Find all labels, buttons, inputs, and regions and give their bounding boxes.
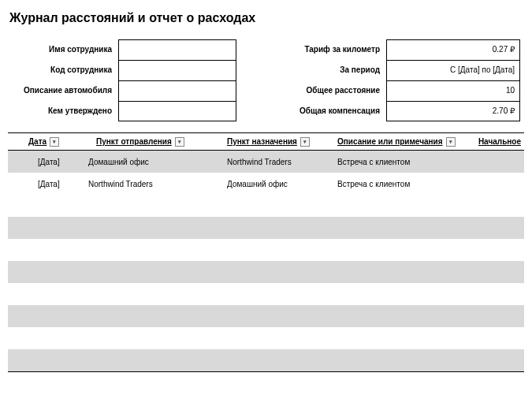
empty-row — [8, 217, 524, 239]
footer-space — [8, 372, 524, 394]
field-label: Тариф за километр — [268, 39, 386, 60]
cell-date: [Дата] — [9, 158, 88, 166]
col-to-header: Пункт назначения ▾ — [227, 137, 337, 147]
empty-row — [8, 349, 524, 371]
field-label: Имя сотрудника — [8, 39, 118, 60]
empty-row — [8, 327, 524, 349]
col-from-header: Пункт отправления ▾ — [88, 137, 227, 147]
total-distance-field[interactable]: 10 — [386, 80, 520, 101]
field-label: За период — [268, 60, 386, 80]
page-title: Журнал расстояний и отчет о расходах — [9, 11, 524, 25]
employee-code-field[interactable] — [118, 60, 236, 80]
filter-icon[interactable]: ▾ — [50, 137, 59, 147]
cell-desc: Встреча с клиентом — [337, 158, 465, 166]
info-col-right: Тариф за километр0.27 ₽ За периодС [Дата… — [268, 39, 520, 121]
empty-row — [8, 239, 524, 261]
field-label: Общее расстояние — [268, 80, 386, 101]
info-col-left: Имя сотрудника Код сотрудника Описание а… — [8, 39, 236, 121]
empty-row — [8, 195, 524, 217]
col-desc-header: Описание или примечания ▾ — [337, 137, 465, 147]
cell-desc: Встреча с клиентом — [337, 180, 465, 188]
approved-by-field[interactable] — [118, 101, 236, 121]
table-header: Дата ▾ Пункт отправления ▾ Пункт назначе… — [8, 133, 524, 151]
empty-row — [8, 283, 524, 305]
period-field[interactable]: С [Дата] по [Дата] — [386, 60, 520, 80]
total-reimbursement-field[interactable]: 2.70 ₽ — [386, 101, 520, 121]
field-label: Кем утверждено — [8, 101, 118, 121]
info-grid: Имя сотрудника Код сотрудника Описание а… — [8, 39, 524, 121]
cell-from: Northwind Traders — [88, 180, 227, 188]
col-start-header: Начальное — [465, 137, 523, 146]
cell-date: [Дата] — [9, 180, 88, 188]
col-label: Начальное — [478, 137, 521, 146]
cell-to: Домашний офис — [227, 180, 337, 188]
field-label: Код сотрудника — [8, 60, 118, 80]
employee-name-field[interactable] — [118, 39, 236, 60]
col-date-header: Дата ▾ — [9, 137, 88, 147]
vehicle-desc-field[interactable] — [118, 80, 236, 101]
rate-per-km-field[interactable]: 0.27 ₽ — [386, 39, 520, 60]
table-row[interactable]: [Дата] Northwind Traders Домашний офис В… — [8, 173, 524, 195]
cell-to: Northwind Traders — [227, 158, 337, 166]
mileage-table: Дата ▾ Пункт отправления ▾ Пункт назначе… — [8, 133, 524, 394]
empty-row — [8, 305, 524, 327]
col-label: Описание или примечания — [337, 137, 443, 146]
empty-row — [8, 261, 524, 283]
table-row[interactable]: [Дата] Домашний офис Northwind Traders В… — [8, 151, 524, 173]
col-label: Пункт отправления — [96, 137, 172, 146]
filter-icon[interactable]: ▾ — [175, 137, 184, 147]
field-label: Описание автомобиля — [8, 80, 118, 101]
filter-icon[interactable]: ▾ — [446, 137, 456, 147]
field-label: Общая компенсация — [268, 101, 386, 121]
cell-from: Домашний офис — [88, 158, 227, 166]
col-label: Пункт назначения — [227, 137, 297, 146]
col-label: Дата — [28, 137, 47, 146]
filter-icon[interactable]: ▾ — [300, 137, 310, 147]
